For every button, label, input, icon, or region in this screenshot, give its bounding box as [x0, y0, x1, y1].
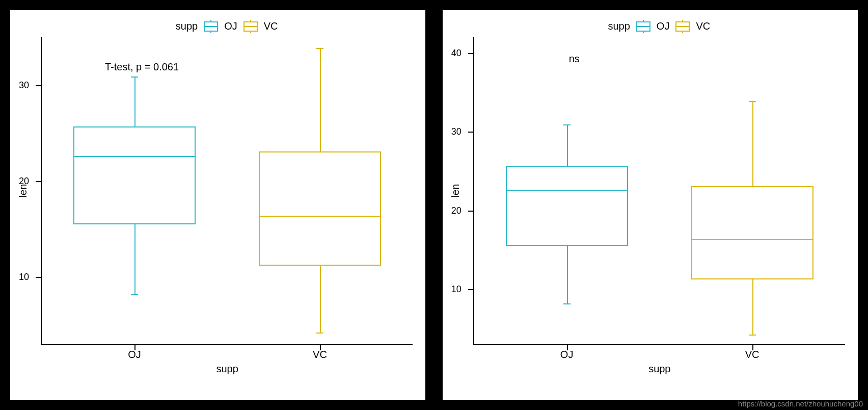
legend-label-oj: OJ [657, 20, 670, 32]
legend: supp OJ VC [473, 20, 845, 32]
whisker-cap [316, 48, 323, 49]
median-line [74, 156, 195, 157]
whisker-cap [563, 124, 571, 125]
whisker-cap [563, 303, 571, 304]
whisker-upper [567, 124, 568, 165]
x-tick-label: VC [313, 349, 327, 361]
whisker-lower [134, 224, 135, 294]
x-tick-label: VC [745, 349, 760, 361]
median-line [692, 239, 812, 240]
whisker-upper [320, 48, 321, 151]
legend-title: supp [608, 20, 630, 32]
y-tick [468, 53, 473, 54]
y-tick [36, 277, 41, 278]
chart-panel-left: supp OJ VC len supp 102030OJVCT-test, p … [10, 10, 425, 400]
box [259, 151, 381, 266]
x-tick-label: OJ [128, 349, 141, 361]
median-line [507, 190, 627, 191]
watermark: https://blog.csdn.net/zhouhucheng00 [738, 399, 863, 408]
legend-label-vc: VC [696, 20, 710, 32]
legend-label-oj: OJ [224, 20, 237, 32]
box [506, 166, 628, 246]
y-tick-label: 30 [19, 80, 29, 91]
y-tick-label: 30 [451, 126, 462, 137]
legend-title: supp [176, 20, 198, 32]
y-tick [36, 181, 41, 182]
y-tick [36, 85, 41, 86]
y-tick [468, 211, 473, 212]
legend-key-oj [636, 21, 650, 32]
y-tick-label: 10 [451, 284, 462, 294]
legend-key-vc [675, 21, 690, 32]
y-tick-label: 10 [19, 272, 29, 283]
whisker-upper [134, 76, 135, 126]
x-tick-label: OJ [560, 349, 574, 361]
y-tick [468, 132, 473, 133]
whisker-lower [567, 246, 568, 303]
legend-key-oj [204, 21, 218, 32]
whisker-cap [131, 76, 138, 78]
box [73, 126, 196, 224]
x-axis-label: supp [216, 363, 238, 375]
y-tick [468, 289, 473, 290]
chart-panel-right: supp OJ VC len supp 10203040OJVCns [443, 10, 858, 400]
box [691, 186, 813, 280]
whisker-cap [749, 101, 756, 102]
whisker-lower [320, 266, 321, 333]
legend-label-vc: VC [264, 20, 278, 32]
stat-annotation: T-test, p = 0.061 [105, 61, 179, 73]
y-tick-label: 40 [451, 47, 462, 58]
legend-key-vc [243, 21, 258, 32]
whisker-lower [752, 279, 753, 335]
plot-area-right: len supp 10203040OJVCns [473, 37, 845, 345]
median-line [260, 216, 380, 217]
whisker-cap [316, 332, 323, 334]
legend: supp OJ VC [41, 20, 413, 32]
x-axis-label: supp [648, 363, 670, 375]
whisker-cap [749, 335, 756, 336]
whisker-cap [131, 294, 138, 295]
y-tick-label: 20 [451, 205, 462, 216]
y-axis-label: len [449, 184, 461, 198]
plot-area-left: len supp 102030OJVCT-test, p = 0.061 [41, 37, 413, 345]
stat-annotation: ns [569, 53, 580, 65]
y-tick-label: 20 [19, 176, 29, 187]
whisker-upper [752, 101, 753, 186]
